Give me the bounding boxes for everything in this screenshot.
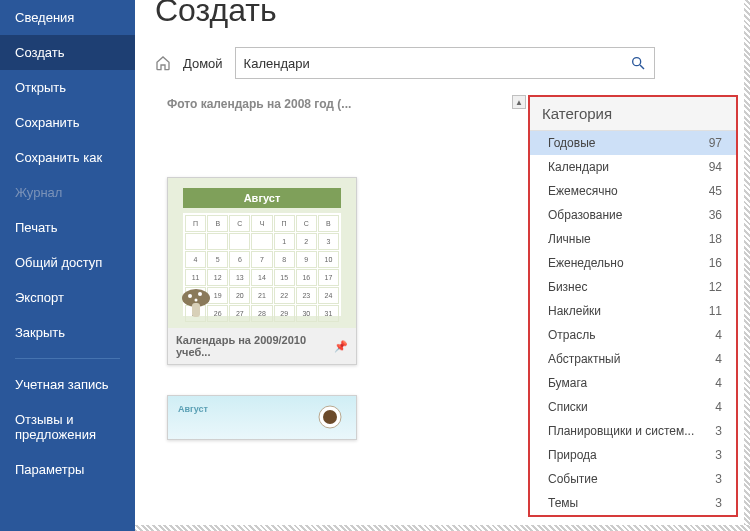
category-name: Личные <box>548 232 591 246</box>
template-2-month: Август <box>178 404 208 414</box>
category-name: Ежемесячно <box>548 184 618 198</box>
category-count: 4 <box>715 400 722 414</box>
calendar-month-header: Август <box>183 188 341 208</box>
category-name: Календари <box>548 160 609 174</box>
template-card-1[interactable]: Август ПВСЧПСВ 123 45678910 111213141516… <box>167 177 357 365</box>
search-box[interactable] <box>235 47 655 79</box>
category-list: Годовые97Календари94Ежемесячно45Образова… <box>530 131 736 515</box>
category-item[interactable]: Абстрактный4 <box>530 347 736 371</box>
category-name: Природа <box>548 448 597 462</box>
category-count: 16 <box>709 256 722 270</box>
category-count: 4 <box>715 376 722 390</box>
sidebar: СведенияСоздатьОткрытьСохранитьСохранить… <box>0 0 135 531</box>
category-count: 4 <box>715 352 722 366</box>
category-item[interactable]: Личные18 <box>530 227 736 251</box>
mushroom-icon <box>176 283 216 323</box>
svg-point-0 <box>632 58 640 66</box>
sidebar-item-Сохранить[interactable]: Сохранить <box>0 105 135 140</box>
pin-icon[interactable]: 📌 <box>334 340 348 353</box>
sidebar-footer-Учетная запись[interactable]: Учетная запись <box>0 367 135 402</box>
category-name: Бумага <box>548 376 587 390</box>
category-count: 3 <box>715 424 722 438</box>
svg-rect-6 <box>192 303 200 317</box>
sidebar-divider <box>15 358 120 359</box>
category-count: 3 <box>715 472 722 486</box>
category-item[interactable]: Образование36 <box>530 203 736 227</box>
scroll-up-icon[interactable]: ▲ <box>512 95 526 109</box>
category-name: Темы <box>548 496 578 510</box>
category-name: Еженедельно <box>548 256 624 270</box>
breadcrumb-row: Домой <box>155 47 750 79</box>
category-count: 4 <box>715 328 722 342</box>
svg-point-5 <box>195 299 198 302</box>
templates-column: Фото календарь на 2008 год (... Август П… <box>155 97 375 440</box>
category-name: Событие <box>548 472 598 486</box>
template-label: Календарь на 2009/2010 учеб... 📌 <box>168 328 356 364</box>
sidebar-item-Закрыть[interactable]: Закрыть <box>0 315 135 350</box>
category-count: 45 <box>709 184 722 198</box>
sidebar-footer-Отзывы и предложения[interactable]: Отзывы и предложения <box>0 402 135 452</box>
sidebar-item-Печать[interactable]: Печать <box>0 210 135 245</box>
svg-line-1 <box>640 65 644 69</box>
category-name: Наклейки <box>548 304 601 318</box>
template-preview: Август ПВСЧПСВ 123 45678910 111213141516… <box>168 178 356 328</box>
category-name: Бизнес <box>548 280 587 294</box>
sidebar-item-Открыть[interactable]: Открыть <box>0 70 135 105</box>
category-item[interactable]: Еженедельно16 <box>530 251 736 275</box>
category-name: Планировщики и систем... <box>548 424 694 438</box>
category-item[interactable]: Списки4 <box>530 395 736 419</box>
category-name: Абстрактный <box>548 352 620 366</box>
category-panel: Категория Годовые97Календари94Ежемесячно… <box>528 95 738 517</box>
svg-point-3 <box>188 294 192 298</box>
category-item[interactable]: Календари94 <box>530 155 736 179</box>
category-item[interactable]: Ежемесячно45 <box>530 179 736 203</box>
category-count: 3 <box>715 496 722 510</box>
category-item[interactable]: Бизнес12 <box>530 275 736 299</box>
template-caption-1: Фото календарь на 2008 год (... <box>167 97 375 111</box>
page-title: Создать <box>155 0 750 29</box>
sidebar-item-Сведения[interactable]: Сведения <box>0 0 135 35</box>
sidebar-item-Экспорт[interactable]: Экспорт <box>0 280 135 315</box>
category-item[interactable]: Природа3 <box>530 443 736 467</box>
category-count: 97 <box>709 136 722 150</box>
template-card-2[interactable]: Август <box>167 395 357 440</box>
category-count: 11 <box>709 304 722 318</box>
sidebar-item-Сохранить как[interactable]: Сохранить как <box>0 140 135 175</box>
coffee-icon <box>316 402 346 432</box>
category-count: 36 <box>709 208 722 222</box>
category-name: Годовые <box>548 136 595 150</box>
category-header: Категория <box>530 97 736 131</box>
torn-edge-right <box>744 0 750 531</box>
search-input[interactable] <box>244 56 630 71</box>
torn-edge-bottom <box>135 525 750 531</box>
category-count: 12 <box>709 280 722 294</box>
svg-point-4 <box>198 292 202 296</box>
category-count: 3 <box>715 448 722 462</box>
sidebar-item-Журнал[interactable]: Журнал <box>0 175 135 210</box>
sidebar-item-Создать[interactable]: Создать <box>0 35 135 70</box>
category-name: Списки <box>548 400 588 414</box>
template-label-text: Календарь на 2009/2010 учеб... <box>176 334 334 358</box>
category-item[interactable]: Наклейки11 <box>530 299 736 323</box>
svg-point-8 <box>323 410 337 424</box>
main-area: Создать Домой Фото календарь на 2008 год… <box>135 0 750 531</box>
breadcrumb-home[interactable]: Домой <box>183 56 223 71</box>
sidebar-footer-Параметры[interactable]: Параметры <box>0 452 135 487</box>
category-item[interactable]: Событие3 <box>530 467 736 491</box>
category-item[interactable]: Бумага4 <box>530 371 736 395</box>
category-item[interactable]: Темы3 <box>530 491 736 515</box>
category-item[interactable]: Планировщики и систем...3 <box>530 419 736 443</box>
category-name: Отрасль <box>548 328 595 342</box>
category-item[interactable]: Годовые97 <box>530 131 736 155</box>
home-icon[interactable] <box>155 55 171 71</box>
category-name: Образование <box>548 208 622 222</box>
category-item[interactable]: Отрасль4 <box>530 323 736 347</box>
search-icon[interactable] <box>630 55 646 71</box>
category-count: 18 <box>709 232 722 246</box>
sidebar-item-Общий доступ[interactable]: Общий доступ <box>0 245 135 280</box>
category-count: 94 <box>709 160 722 174</box>
